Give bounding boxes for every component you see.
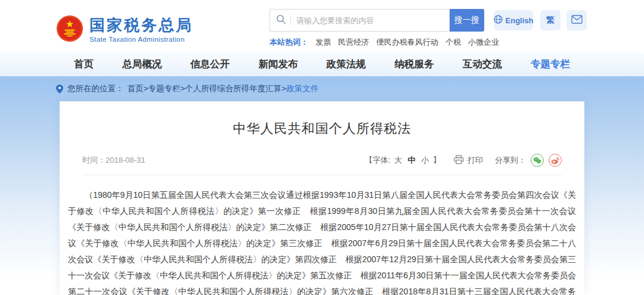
content-band: 您所在的位置： 首页>专题专栏>个人所得综合所得年度汇算> 政策文件 中华人民共…	[0, 76, 644, 295]
envelope-icon	[571, 15, 583, 26]
english-button[interactable]: English	[494, 10, 533, 30]
breadcrumb: 您所在的位置： 首页>专题专栏>个人所得综合所得年度汇算> 政策文件	[56, 76, 588, 101]
search-box	[270, 9, 450, 32]
print-label: 打印	[467, 155, 483, 166]
meta-divider	[82, 175, 562, 175]
english-label: English	[506, 16, 534, 25]
search-separator	[290, 15, 291, 25]
nav-item-special-topics[interactable]: 专题专栏	[531, 58, 570, 71]
main-nav: 首页 总局概况 信息公开 新闻发布 政策法规 纳税服务 互动交流 专题专栏	[0, 52, 644, 76]
time-label: 时间：	[82, 156, 106, 164]
publish-time: 时间：2018-08-31	[82, 155, 145, 166]
hotword-individual-tax[interactable]: 个税	[445, 37, 461, 48]
search-button[interactable]: 搜一搜	[450, 9, 484, 32]
site-logo[interactable]: 国家税务总局 State Taxation Administration	[56, 11, 193, 48]
nav-item-info-disclosure[interactable]: 信息公开	[190, 58, 230, 71]
site-title: 国家税务总局	[89, 16, 193, 34]
nav-item-news[interactable]: 新闻发布	[258, 58, 298, 71]
location-pin-icon	[56, 85, 63, 94]
article-body: （1980年9月10日第五届全国人民代表大会第三次会议通过根据1993年10月3…	[68, 187, 576, 295]
nav-item-policies[interactable]: 政策法规	[327, 58, 366, 71]
traditional-chinese-button[interactable]: 繁	[540, 10, 561, 30]
font-size-small[interactable]: 小	[421, 156, 429, 164]
hotword-private-economy[interactable]: 民营经济	[338, 37, 369, 48]
font-label-open: 【字体:	[365, 156, 391, 164]
site-subtitle: State Taxation Administration	[89, 36, 193, 43]
globe-icon	[494, 15, 503, 26]
breadcrumb-path[interactable]: 首页>专题专栏>个人所得综合所得年度汇算>	[128, 83, 287, 94]
share-weibo-icon[interactable]	[549, 154, 562, 167]
share-label: 分享到：	[495, 155, 526, 166]
mail-button[interactable]	[566, 10, 587, 30]
hotwords-label: 本站热词：	[270, 37, 308, 48]
font-label-close: 】	[433, 156, 441, 164]
nav-item-interaction[interactable]: 互动交流	[463, 58, 502, 71]
hotword-spring-breeze[interactable]: 便民办税春风行动	[376, 37, 438, 48]
share-wechat-icon[interactable]	[531, 154, 544, 167]
national-emblem-icon	[56, 15, 83, 45]
font-size-large[interactable]: 大	[394, 156, 402, 164]
print-button[interactable]: 打印	[454, 155, 483, 166]
nav-item-tax-services[interactable]: 纳税服务	[395, 58, 434, 71]
nav-item-home[interactable]: 首页	[74, 58, 94, 71]
hotword-small-business[interactable]: 小微企业	[468, 37, 499, 48]
breadcrumb-current[interactable]: 政策文件	[286, 83, 318, 94]
breadcrumb-label: 您所在的位置：	[67, 83, 124, 94]
article-title: 中华人民共和国个人所得税法	[68, 101, 576, 138]
search-input[interactable]	[296, 16, 444, 25]
nav-item-overview[interactable]: 总局概况	[122, 58, 162, 71]
article-meta: 时间：2018-08-31 【字体: 大 中 小 】 打印 分享到：	[82, 154, 562, 167]
printer-icon	[454, 155, 464, 166]
article-card: 中华人民共和国个人所得税法 时间：2018-08-31 【字体: 大 中 小 】…	[60, 101, 584, 295]
site-header: 国家税务总局 State Taxation Administration 搜一搜	[0, 0, 644, 52]
search-icon	[276, 14, 286, 27]
publish-date: 2018-08-31	[106, 156, 145, 164]
hotwords-row: 本站热词： 发票 民营经济 便民办税春风行动 个税 小微企业	[270, 37, 588, 48]
font-size-medium[interactable]: 中	[408, 156, 416, 164]
hotword-fapiao[interactable]: 发票	[315, 37, 331, 48]
font-size-control: 【字体: 大 中 小 】	[365, 155, 441, 166]
